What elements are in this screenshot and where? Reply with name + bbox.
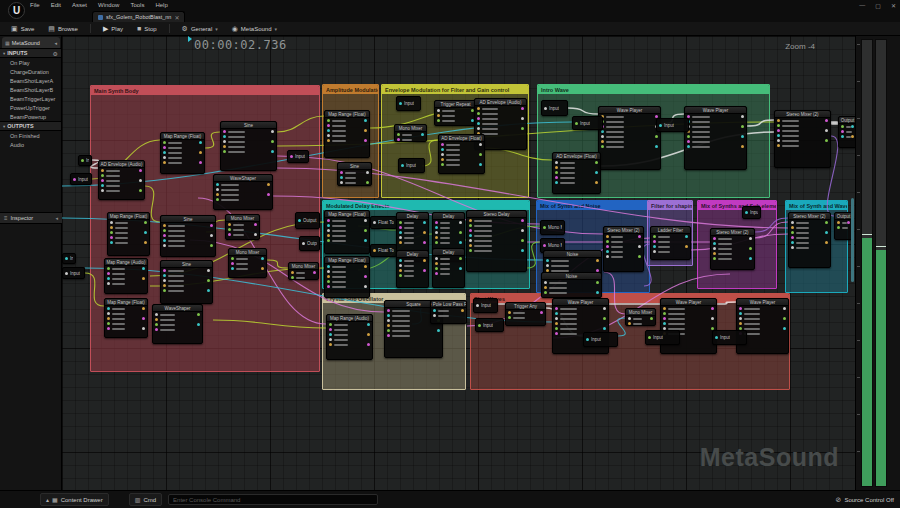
input-pin[interactable] [340,176,343,179]
graph-node-wave-player[interactable]: Wave Player [598,106,661,170]
input-pin[interactable] [399,241,402,244]
output-pin[interactable] [479,143,482,146]
stop-button[interactable]: ■Stop [132,23,162,34]
output-pin[interactable] [364,265,367,268]
node-header[interactable]: Mono Mixer [229,249,266,256]
node-header[interactable]: Map Range (Float) [325,257,369,264]
input-pin[interactable] [399,221,402,224]
panel-pin-icon[interactable]: ◂ [55,215,58,221]
outputs-section-header[interactable]: ▾ OUTPUTS [0,121,61,131]
input-pin[interactable] [437,109,440,112]
node-header[interactable]: Sine [161,261,212,268]
node-header[interactable]: AD Envelope (Audio) [475,99,526,106]
input-pin[interactable] [837,221,840,224]
menu-asset[interactable]: Asset [72,2,87,8]
node-header[interactable]: Sine [338,163,371,170]
output-pin[interactable] [423,259,426,262]
output-pin[interactable] [825,119,828,122]
node-pin[interactable] [81,159,84,162]
input-pin[interactable] [340,171,343,174]
graph-node-sine[interactable]: Sine [160,215,216,257]
graph-node-output[interactable]: Output [295,212,320,229]
output-pin[interactable] [685,245,688,248]
output-pin[interactable] [459,241,462,244]
input-pin[interactable] [163,274,166,277]
input-pin[interactable] [107,322,110,325]
input-pin[interactable] [327,265,330,268]
input-pin[interactable] [387,309,390,312]
output-pin[interactable] [847,221,850,224]
input-pin[interactable] [791,241,794,244]
input-pin[interactable] [653,235,656,238]
input-pin[interactable] [327,270,330,273]
output-pin[interactable] [139,169,142,172]
output-pin[interactable] [271,130,274,133]
input-pin[interactable] [399,231,402,234]
input-pin[interactable] [437,119,440,122]
output-pin[interactable] [638,235,641,238]
node-pin[interactable] [290,155,293,158]
content-drawer-button[interactable]: ▴ ▦ Content Drawer [40,493,109,506]
input-pin[interactable] [435,221,438,224]
output-pin[interactable] [366,181,369,184]
output-pin[interactable] [459,267,462,270]
output-pin[interactable] [364,129,367,132]
input-pin[interactable] [477,122,480,125]
output-pin[interactable] [711,317,714,320]
output-pin[interactable] [313,271,316,274]
output-pin[interactable] [210,244,213,247]
output-pin[interactable] [364,229,367,232]
graph-node-mono-mixer[interactable]: Mono Mixer [625,308,656,326]
input-pin[interactable] [555,166,558,169]
menu-edit[interactable]: Edit [51,2,61,8]
input-pin[interactable] [231,262,234,265]
output-pin[interactable] [479,163,482,166]
node-header[interactable]: Delay [433,249,464,256]
output-pin[interactable] [741,145,744,148]
output-pin[interactable] [825,129,828,132]
input-pin[interactable] [163,224,166,227]
input-pin[interactable] [228,223,231,226]
graph-node-input[interactable]: Input [70,173,92,185]
node-header[interactable]: Wave Player [661,299,716,306]
node-pin[interactable] [373,221,376,224]
node-header[interactable]: Output [839,117,855,124]
input-pin[interactable] [163,279,166,282]
input-pin[interactable] [399,226,402,229]
input-pin[interactable] [469,234,472,237]
input-pin[interactable] [544,291,547,294]
node-header[interactable]: Stereo Mixer (2) [789,213,830,220]
input-pin[interactable] [387,334,390,337]
graph-node-ad-envelope-audio-[interactable]: AD Envelope (Audio) [98,160,145,200]
input-pin[interactable] [791,236,794,239]
node-header[interactable]: Mono Mixer [289,263,318,270]
output-pin[interactable] [685,235,688,238]
input-item-beamshotlayerb[interactable]: BeamShotLayerB [0,85,61,94]
input-pin[interactable] [653,250,656,253]
output-pin[interactable] [825,139,828,142]
input-pin[interactable] [163,284,166,287]
output-pin[interactable] [655,145,658,148]
node-header[interactable]: Wave Player [553,299,608,306]
input-pin[interactable] [441,158,444,161]
graph-node-input[interactable]: Input [583,332,618,347]
input-pin[interactable] [107,277,110,280]
vertical-scrollbar[interactable] [851,198,854,282]
node-header[interactable]: Stereo Mixer (2) [604,227,643,234]
input-pin[interactable] [387,329,390,332]
graph-node-stereo-mixer-2-[interactable]: Stereo Mixer (2) [774,110,831,168]
graph-node-noise[interactable]: Noise [541,272,602,298]
input-pin[interactable] [101,179,104,182]
input-pin[interactable] [469,249,472,252]
input-pin[interactable] [223,150,226,153]
input-pin[interactable] [841,130,844,133]
output-pin[interactable] [207,269,210,272]
output-pin[interactable] [364,239,367,242]
input-pin[interactable] [477,117,480,120]
output-pin[interactable] [825,241,828,244]
output-pin[interactable] [139,189,142,192]
output-pin[interactable] [364,219,367,222]
output-item-on-finished[interactable]: On Finished [0,131,61,140]
input-pin[interactable] [777,134,780,137]
output-pin[interactable] [423,231,426,234]
